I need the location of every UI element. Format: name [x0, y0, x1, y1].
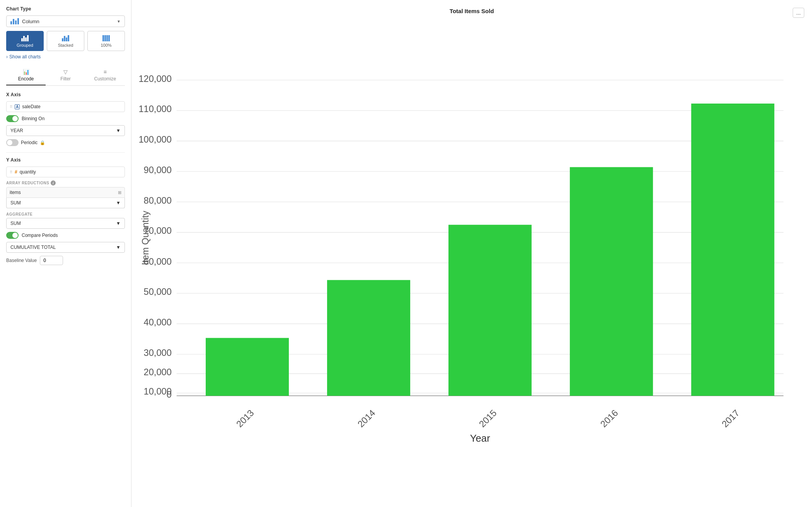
encode-icon: 📊 [23, 69, 29, 75]
periodic-row: Periodic 🔒 [6, 139, 125, 146]
svg-text:120,000: 120,000 [139, 74, 172, 84]
svg-text:40,000: 40,000 [144, 317, 172, 327]
tab-encode[interactable]: 📊 Encode [6, 66, 46, 85]
tab-filter-label: Filter [60, 76, 71, 82]
chart-type-section: Chart Type Column ▼ Grouped [6, 6, 125, 60]
chart-title: Total Items Sold [450, 8, 494, 14]
grouped-icon [21, 34, 29, 41]
x-axis-field-name: saleDate [22, 104, 121, 109]
tab-customize-label: Customize [94, 76, 116, 82]
items-label: items [10, 190, 118, 195]
y-axis-section: Y Axis ⠿ # quantity ARRAY REDUCTIONS i i… [6, 157, 125, 265]
binning-toggle-row: Binning On [6, 115, 125, 122]
grouped-label: Grouped [17, 43, 33, 48]
info-icon[interactable]: i [51, 180, 56, 185]
bar-chart-svg: 120,000 110,000 100,000 90,000 80,000 70… [139, 18, 804, 499]
dropdown-caret-icon: ▼ [117, 19, 121, 24]
field-type-hash-icon: # [15, 169, 17, 175]
column-chart-icon [10, 18, 19, 24]
year-dropdown-caret-icon: ▼ [116, 128, 121, 133]
svg-text:2015: 2015 [477, 408, 499, 429]
encode-filter-customize-tabs: 📊 Encode ▽ Filter ≡ Customize [6, 66, 125, 86]
bar-2014[interactable] [327, 280, 410, 396]
chart-type-dropdown[interactable]: Column ▼ [6, 15, 125, 27]
tab-encode-label: Encode [18, 76, 34, 82]
100pct-icon [102, 34, 110, 41]
chart-type-label: Column [22, 19, 117, 24]
svg-text:2014: 2014 [356, 408, 377, 429]
bar-2013[interactable] [206, 338, 289, 396]
compare-period-value: CUMULATIVE TOTAL [10, 245, 56, 250]
aggregate-caret-icon: ▼ [116, 221, 121, 226]
periodic-toggle[interactable] [6, 139, 19, 146]
reduction-caret-icon: ▼ [116, 200, 121, 206]
100pct-btn[interactable]: 100% [87, 31, 125, 51]
compare-periods-toggle[interactable] [6, 232, 19, 239]
compare-periods-toggle-row: Compare Periods [6, 232, 125, 239]
svg-text:20,000: 20,000 [144, 367, 172, 377]
chart-options-button[interactable]: ... [793, 8, 804, 18]
grouped-btn[interactable]: Grouped [6, 31, 44, 51]
left-panel: Chart Type Column ▼ Grouped [0, 0, 131, 507]
reduction-select-row: SUM ▼ [6, 198, 125, 208]
show-all-charts-label: Show all charts [9, 54, 41, 60]
tab-filter[interactable]: ▽ Filter [46, 66, 85, 85]
aggregate-select-row: SUM ▼ [6, 218, 125, 229]
stacked-btn[interactable]: Stacked [47, 31, 84, 51]
year-select-value: YEAR [10, 128, 23, 133]
reduction-select-value: SUM [10, 200, 21, 206]
aggregate-select[interactable]: SUM ▼ [6, 218, 125, 229]
chart-subtypes-row: Grouped Stacked 100% [6, 31, 125, 51]
binning-toggle[interactable] [6, 115, 19, 122]
y-axis-title: Y Axis [6, 157, 125, 163]
compare-period-caret-icon: ▼ [116, 245, 121, 250]
items-row: items ⊞ [6, 187, 125, 198]
svg-text:Item Quantity: Item Quantity [140, 211, 150, 265]
100pct-label: 100% [101, 43, 111, 48]
svg-text:Year: Year [470, 433, 490, 444]
filter-icon: ▽ [63, 69, 68, 75]
x-axis-field[interactable]: ⠿ A saleDate [6, 101, 125, 112]
reduction-select[interactable]: SUM ▼ [6, 198, 125, 208]
svg-text:2016: 2016 [599, 408, 620, 429]
array-reductions-label: ARRAY REDUCTIONS i [6, 180, 125, 185]
customize-icon: ≡ [104, 69, 107, 75]
compare-period-method-row: CUMULATIVE TOTAL ▼ [6, 242, 125, 253]
baseline-label: Baseline Value [6, 258, 37, 263]
aggregate-label: AGGREGATE [6, 212, 125, 216]
stacked-icon [62, 34, 69, 41]
expand-icon[interactable]: ⊞ [118, 190, 121, 195]
x-axis-title: X Axis [6, 92, 125, 97]
stacked-label: Stacked [58, 43, 73, 48]
baseline-input[interactable] [40, 256, 63, 265]
x-axis-section: X Axis ⠿ A saleDate Binning On YEAR ▼ Pe… [6, 92, 125, 146]
y-drag-handle-icon: ⠿ [10, 170, 12, 174]
bar-2015[interactable] [449, 225, 532, 396]
svg-text:100,000: 100,000 [139, 134, 172, 145]
compare-period-select[interactable]: CUMULATIVE TOTAL ▼ [6, 242, 125, 253]
chart-type-title: Chart Type [6, 6, 125, 12]
bar-2017[interactable] [691, 104, 774, 396]
y-axis-field[interactable]: ⠿ # quantity [6, 167, 125, 177]
aggregate-select-value: SUM [10, 221, 21, 226]
svg-text:2017: 2017 [720, 408, 742, 429]
bar-2016[interactable] [570, 167, 653, 396]
chart-header: Total Items Sold ... [139, 8, 804, 14]
drag-handle-icon: ⠿ [10, 105, 12, 109]
binning-label: Binning On [22, 116, 44, 121]
svg-text:110,000: 110,000 [139, 104, 172, 114]
lock-icon: 🔒 [40, 140, 45, 145]
field-type-a-icon: A [15, 104, 20, 109]
year-select[interactable]: YEAR ▼ [6, 125, 125, 136]
svg-text:90,000: 90,000 [144, 165, 172, 175]
chart-area: Total Items Sold ... 120,000 110,000 100… [131, 0, 812, 507]
svg-text:2013: 2013 [234, 408, 256, 429]
periodic-label: Periodic [21, 140, 38, 145]
y-axis-field-name: quantity [20, 169, 121, 175]
show-all-charts-link[interactable]: › Show all charts [6, 54, 125, 60]
year-select-row: YEAR ▼ [6, 125, 125, 136]
chart-svg-container: 120,000 110,000 100,000 90,000 80,000 70… [139, 18, 804, 499]
baseline-row: Baseline Value [6, 256, 125, 265]
svg-text:50,000: 50,000 [144, 287, 172, 297]
tab-customize[interactable]: ≡ Customize [85, 66, 125, 85]
